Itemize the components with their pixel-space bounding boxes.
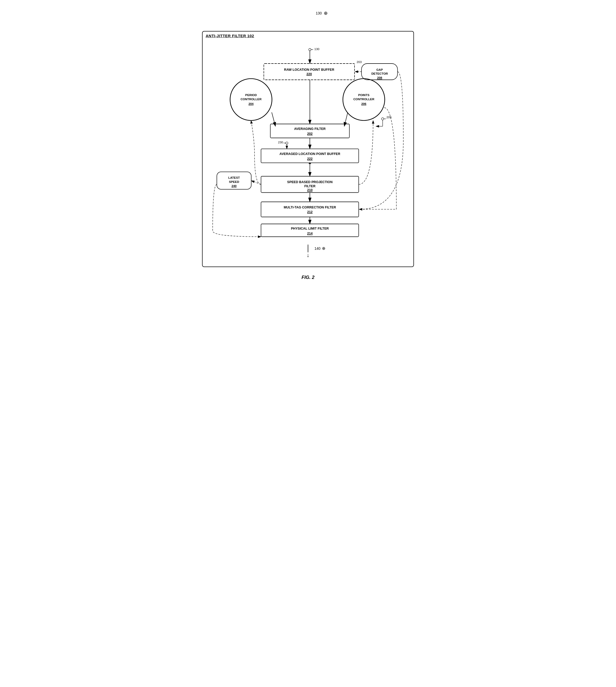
svg-point-8 bbox=[381, 118, 384, 120]
svg-point-4 bbox=[309, 49, 311, 51]
speed-to-period-path bbox=[251, 121, 261, 185]
latest-speed-label2: SPEED bbox=[229, 180, 239, 183]
bottom-connector: ↓ 140 ⊕ bbox=[210, 245, 406, 259]
gap-detector-feedback-path bbox=[359, 72, 403, 209]
ref-130: 130 bbox=[314, 47, 320, 51]
raw-buffer-number: 220 bbox=[306, 72, 312, 76]
physical-limit-number: 214 bbox=[307, 232, 313, 235]
gap-detector-label: GAP bbox=[376, 68, 383, 71]
gap-detector-number: 208 bbox=[377, 76, 382, 79]
gap-detector-label2: DETECTOR bbox=[371, 72, 388, 75]
avg-buffer-label: AVERAGED LOCATION POINT BUFFER bbox=[280, 152, 340, 156]
speed-projection-label2: FILTER bbox=[304, 184, 315, 188]
raw-buffer-box bbox=[264, 64, 354, 80]
latest-speed-label1: LATEST bbox=[228, 176, 240, 179]
multi-tag-number: 212 bbox=[307, 210, 313, 214]
ref-130-label: 130 bbox=[316, 11, 322, 15]
avg-buffer-box bbox=[261, 149, 359, 163]
ref-230: 230 bbox=[278, 140, 283, 144]
averaging-filter-number: 202 bbox=[307, 132, 313, 136]
top-connector: 130 ⊕ bbox=[202, 10, 414, 23]
averaging-filter-label: AVERAGING FILTER bbox=[294, 127, 326, 131]
points-controller-label2: CONTROLLER bbox=[353, 97, 374, 101]
period-controller-label2: CONTROLLER bbox=[241, 97, 262, 101]
points-multi-tag-path bbox=[359, 108, 396, 209]
fig-caption: FIG. 2 bbox=[202, 275, 414, 280]
period-controller-number: 204 bbox=[248, 102, 254, 106]
raw-buffer-label: RAW LOCATION POINT BUFFER bbox=[284, 68, 334, 71]
averaging-filter-box bbox=[270, 124, 349, 138]
speed-projection-label1: SPEED BASED PROJECTION bbox=[287, 180, 333, 184]
diagram-border: ANTI-JITTER FILTER 102 130 bbox=[202, 31, 414, 267]
page: 130 ⊕ ANTI-JITTER FILTER 102 bbox=[192, 5, 424, 296]
points-controller-label1: POINTS bbox=[358, 93, 370, 97]
ref-140-label: 140 bbox=[314, 246, 321, 251]
speed-projection-number: 210 bbox=[307, 188, 313, 192]
latest-speed-to-physical-path bbox=[213, 184, 261, 237]
multi-tag-label1: MULTI-TAG CORRECTION FILTER bbox=[284, 206, 336, 209]
diagram-label: ANTI-JITTER FILTER 102 bbox=[206, 33, 254, 38]
ref-203: 203 bbox=[357, 60, 362, 64]
points-controller-number: 206 bbox=[361, 102, 367, 106]
multi-tag-box bbox=[261, 202, 359, 217]
svg-point-15 bbox=[286, 142, 288, 144]
period-controller-label1: PERIOD bbox=[245, 93, 257, 97]
speed-to-points-path bbox=[359, 121, 373, 185]
diagram-svg: 130 RAW LOCATION POINT BUFFER 220 GAP DE… bbox=[210, 37, 406, 249]
physical-limit-label: PHYSICAL LIMIT FILTER bbox=[291, 227, 329, 230]
arrow-symbol-top: ⊕ bbox=[324, 10, 328, 16]
output-pin-symbol: ⊕ bbox=[322, 246, 325, 251]
avg-buffer-number: 222 bbox=[307, 157, 313, 161]
latest-speed-number: 240 bbox=[232, 184, 237, 187]
